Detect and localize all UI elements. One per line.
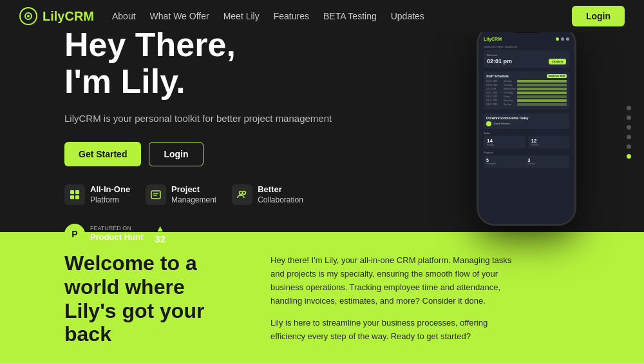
phone-stat-pending: 14 Pending (484, 136, 526, 148)
project-text: Project Management (171, 184, 216, 205)
bottom-title: Welcome to a world where Lily's got your… (64, 251, 232, 346)
product-hunt-row: P FEATURED ON Product Hunt ▲ 32 (64, 223, 332, 244)
phone-schedule-row-1: 04.31.2024 Monday (486, 80, 567, 83)
phone-stat-finished-label: Finished (531, 144, 567, 146)
phone-screen: LilyCRM Dashboard / Main Dashboard Welco… (478, 28, 574, 224)
scroll-dots (627, 106, 631, 159)
navbar-left: LilyCRM About What We Offer Meet Lily Fe… (19, 7, 424, 25)
phone-schedule-row-6: 04.31.2024 Saturday (486, 99, 567, 102)
nav-what-we-offer[interactable]: What We Offer (150, 11, 209, 21)
svg-point-10 (243, 191, 246, 194)
logo[interactable]: LilyCRM (19, 7, 94, 25)
phone-icon-2 (561, 37, 564, 41)
get-started-button[interactable]: Get Started (64, 142, 141, 166)
phone-tasks-label: Tasks (484, 132, 569, 135)
phone-stat-pending-num: 14 (487, 138, 522, 144)
phone-schedule-row-7: 04.31.2024 Sunday (486, 103, 567, 106)
nav-about[interactable]: About (112, 11, 136, 21)
logo-text: LilyCRM (43, 9, 94, 24)
nav-updates[interactable]: Updates (391, 11, 424, 21)
logo-lily: Lily (43, 9, 64, 23)
hero-login-button[interactable]: Login (149, 142, 203, 166)
phone-schedule-button[interactable]: Employee Shift (547, 74, 567, 78)
phone-logo: LilyCRM (484, 37, 502, 41)
phone-projects-label: Projects (484, 151, 569, 154)
hero-section: Hey There, I'm Lily. LilyCRM is your per… (0, 32, 644, 232)
phone-wfh-title: On Work From Home Today (486, 116, 567, 120)
nav-links: About What We Offer Meet Lily Features B… (112, 11, 424, 21)
scroll-dot-6[interactable] (627, 154, 631, 159)
ph-upvote-icon: ▲ (156, 223, 165, 233)
phone-wfh: On Work From Home Today Joseph Herndon (484, 113, 569, 129)
allinone-icon (64, 184, 85, 205)
phone-schedule-row-2: 04.30.2024 Tuesday (486, 84, 567, 86)
svg-rect-2 (70, 190, 74, 194)
phone-stat-pending-label: Pending (487, 144, 522, 146)
scroll-dot-1[interactable] (627, 106, 631, 110)
navbar-login-button[interactable]: Login (572, 6, 625, 26)
bottom-para-1: Hey there! I'm Lily, your all-in-one CRM… (270, 254, 515, 308)
phone-schedule-row-5: 04.31.2024 Friday (486, 95, 567, 98)
feature-pill-collab: Better Collaboration (232, 184, 303, 205)
phone-icon-3 (566, 37, 569, 41)
project-icon (146, 184, 166, 205)
phone-proj-inprogress-num: 5 (486, 158, 526, 162)
phone-schedule-row-4: 04.31.2024 Thursday (486, 92, 567, 94)
hero-title: Hey There, I'm Lily. (64, 26, 332, 100)
svg-point-1 (27, 15, 30, 17)
svg-rect-8 (153, 195, 157, 196)
phone-proj-finished-num: 3 (528, 158, 567, 162)
svg-rect-7 (153, 193, 158, 194)
phone-welcome-label: Welcome (487, 54, 566, 57)
phone-welcome-box: Welcome 02:01 pm Check-In (484, 50, 569, 68)
phone-stat-finished: 12 Finished (528, 136, 570, 148)
ph-text: FEATURED ON Product Hunt (90, 225, 143, 242)
collab-text: Better Collaboration (258, 184, 303, 205)
phone-outer: LilyCRM Dashboard / Main Dashboard Welco… (477, 26, 576, 226)
phone-stat-finished-num: 12 (531, 138, 567, 144)
phone-schedule-header: Staff Schedule Employee Shift (486, 74, 567, 78)
navbar: LilyCRM About What We Offer Meet Lily Fe… (0, 0, 644, 32)
phone-mockup-container: LilyCRM Dashboard / Main Dashboard Welco… (477, 26, 605, 245)
bottom-left: Welcome to a world where Lily's got your… (64, 251, 232, 346)
phone-dashboard-label: Dashboard / Main Dashboard (484, 45, 569, 48)
ph-count-number: 32 (155, 233, 166, 244)
nav-beta-testing[interactable]: BETA Testing (323, 11, 377, 21)
svg-rect-3 (75, 190, 79, 194)
ph-circle-icon: P (64, 224, 85, 244)
svg-rect-5 (75, 195, 79, 199)
bottom-section: Welcome to a world where Lily's got your… (0, 232, 644, 363)
phone-avatar-row: Joseph Herndon (486, 121, 567, 126)
bottom-right: Hey there! I'm Lily, your all-in-one CRM… (270, 251, 515, 346)
nav-features[interactable]: Features (274, 11, 309, 21)
scroll-dot-3[interactable] (627, 125, 631, 130)
phone-projects-row: 5 In Progress 3 Finished (486, 158, 567, 165)
scroll-dot-4[interactable] (627, 135, 631, 139)
product-hunt-badge[interactable]: P FEATURED ON Product Hunt (64, 224, 143, 244)
hero-subtitle: LilyCRM is your personal toolkit for bet… (64, 112, 332, 126)
feature-pills: All-In-One Platform Project Management (64, 184, 332, 205)
bottom-para-2: Lily is here to streamline your business… (270, 317, 515, 344)
nav-meet-lily[interactable]: Meet Lily (223, 11, 260, 21)
phone-header: LilyCRM (484, 37, 569, 41)
logo-svg (23, 11, 33, 21)
hero-buttons: Get Started Login (64, 142, 332, 166)
phone-schedule-title: Staff Schedule (486, 74, 509, 78)
phone-proj-inprogress-label: In Progress (486, 162, 526, 165)
hero-title-line2: I'm Lily. (64, 63, 185, 100)
phone-proj-finished: 3 Finished (528, 158, 567, 165)
phone-schedule-row-3: 12.1.2024 Wednesday (486, 88, 567, 90)
phone-header-icons (556, 37, 569, 41)
phone-employee-name: Joseph Herndon (493, 123, 510, 125)
allinone-text: All-In-One Platform (90, 184, 130, 205)
scroll-dot-2[interactable] (627, 115, 631, 120)
logo-crm: CRM (64, 9, 94, 23)
phone-schedule: Staff Schedule Employee Shift 04.31.2024… (484, 72, 569, 110)
scroll-dot-5[interactable] (627, 144, 631, 149)
phone-checkin-button[interactable]: Check-In (549, 59, 566, 64)
phone-stats: 14 Pending 12 Finished (484, 136, 569, 148)
hero-content: Hey There, I'm Lily. LilyCRM is your per… (64, 26, 332, 244)
phone-proj-finished-label: Finished (528, 162, 567, 165)
logo-icon (19, 7, 37, 25)
phone-projects: 5 In Progress 3 Finished (484, 155, 569, 168)
